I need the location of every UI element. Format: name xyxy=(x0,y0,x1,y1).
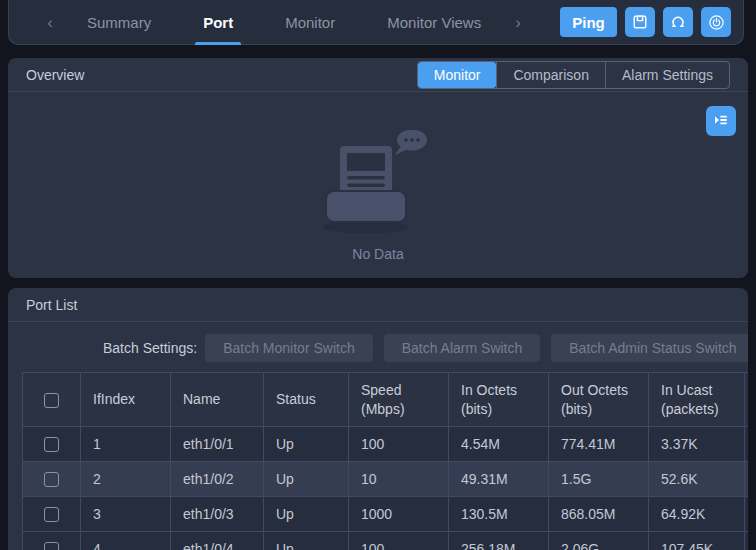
table-row: 1 eth1/0/1 Up 100 4.54M 774.41M 3.37K xyxy=(23,427,749,462)
tab-monitor[interactable]: Monitor xyxy=(265,0,355,45)
port-list-panel: Port List Batch Settings: Batch Monitor … xyxy=(8,288,748,550)
cell-speed: 10 xyxy=(349,462,449,497)
nav-next-icon[interactable]: › xyxy=(507,0,529,45)
cell-status: Up xyxy=(264,497,349,532)
row-checkbox[interactable] xyxy=(44,507,59,522)
empty-state: No Data xyxy=(8,92,748,277)
port-table: IfIndex Name Status Speed (Mbps) In Octe… xyxy=(22,372,748,550)
table-row: 2 eth1/0/2 Up 10 49.31M 1.5G 52.6K xyxy=(23,462,749,497)
top-navigation-bar: ‹ Summary Port Monitor Monitor Views › P… xyxy=(8,0,744,45)
cell-in-ucast: 3.37K xyxy=(649,427,745,462)
power-reset-button[interactable] xyxy=(701,7,731,37)
cell-clipped xyxy=(745,532,749,550)
nav-prev-icon[interactable]: ‹ xyxy=(39,0,61,45)
view-tab-comparison[interactable]: Comparison xyxy=(496,62,604,88)
cell-in-ucast: 107.45K xyxy=(649,532,745,550)
cell-name: eth1/0/1 xyxy=(171,427,264,462)
cell-name: eth1/0/3 xyxy=(171,497,264,532)
view-tab-monitor[interactable]: Monitor xyxy=(418,62,497,88)
cell-ifindex: 2 xyxy=(81,462,171,497)
column-in-octets: In Octets (bits) xyxy=(449,373,549,427)
overview-header: Overview Monitor Comparison Alarm Settin… xyxy=(8,58,748,92)
power-icon xyxy=(708,14,725,31)
row-checkbox[interactable] xyxy=(44,437,59,452)
row-checkbox[interactable] xyxy=(44,542,59,550)
overview-panel: Overview Monitor Comparison Alarm Settin… xyxy=(8,58,748,278)
column-out-octets: Out Octets (bits) xyxy=(549,373,649,427)
ping-button[interactable]: Ping xyxy=(560,7,617,37)
column-status: Status xyxy=(264,373,349,427)
table-row: 3 eth1/0/3 Up 1000 130.5M 868.05M 64.92K xyxy=(23,497,749,532)
cell-in-ucast: 64.92K xyxy=(649,497,745,532)
batch-settings-label: Batch Settings: xyxy=(103,340,197,356)
cell-out-octets: 774.41M xyxy=(549,427,649,462)
cell-status: Up xyxy=(264,532,349,550)
tab-port[interactable]: Port xyxy=(183,0,253,45)
cell-name: eth1/0/4 xyxy=(171,532,264,550)
table-row: 4 eth1/0/4 Up 100 256.18M 2.06G 107.45K xyxy=(23,532,749,550)
cell-in-ucast: 52.6K xyxy=(649,462,745,497)
cell-status: Up xyxy=(264,427,349,462)
overview-chart-area: No Data xyxy=(8,92,748,277)
save-icon xyxy=(632,14,648,30)
cell-in-octets: 49.31M xyxy=(449,462,549,497)
cell-out-octets: 868.05M xyxy=(549,497,649,532)
no-data-icon xyxy=(322,130,434,240)
cell-out-octets: 1.5G xyxy=(549,462,649,497)
cell-status: Up xyxy=(264,462,349,497)
cell-in-octets: 256.18M xyxy=(449,532,549,550)
overview-view-switch: Monitor Comparison Alarm Settings xyxy=(417,61,730,89)
batch-alarm-switch-button[interactable]: Batch Alarm Switch xyxy=(384,334,541,362)
batch-admin-status-switch-button[interactable]: Batch Admin Status Switch xyxy=(551,334,748,362)
cell-in-octets: 4.54M xyxy=(449,427,549,462)
tab-monitor-views[interactable]: Monitor Views xyxy=(367,0,501,45)
column-clipped xyxy=(745,373,749,427)
cell-speed: 1000 xyxy=(349,497,449,532)
cell-clipped xyxy=(745,497,749,532)
batch-settings-row: Batch Settings: Batch Monitor Switch Bat… xyxy=(8,322,748,362)
cell-clipped xyxy=(745,427,749,462)
topbar-actions: Ping xyxy=(560,7,731,37)
column-speed: Speed (Mbps) xyxy=(349,373,449,427)
column-in-ucast: In Ucast (packets) xyxy=(649,373,745,427)
cell-name: eth1/0/2 xyxy=(171,462,264,497)
save-button[interactable] xyxy=(625,7,655,37)
table-header-row: IfIndex Name Status Speed (Mbps) In Octe… xyxy=(23,373,749,427)
cell-speed: 100 xyxy=(349,427,449,462)
refresh-button[interactable] xyxy=(663,7,693,37)
cell-in-octets: 130.5M xyxy=(449,497,549,532)
tab-summary[interactable]: Summary xyxy=(67,0,171,45)
batch-monitor-switch-button[interactable]: Batch Monitor Switch xyxy=(205,334,373,362)
port-list-header: Port List xyxy=(8,288,748,322)
column-ifindex: IfIndex xyxy=(81,373,171,427)
cell-ifindex: 3 xyxy=(81,497,171,532)
view-tab-alarm-settings[interactable]: Alarm Settings xyxy=(605,62,729,88)
refresh-icon xyxy=(670,14,686,30)
row-checkbox[interactable] xyxy=(44,472,59,487)
no-data-label: No Data xyxy=(352,246,403,262)
port-list-title: Port List xyxy=(26,297,77,313)
select-all-checkbox[interactable] xyxy=(44,393,59,408)
cell-ifindex: 4 xyxy=(81,532,171,550)
cell-speed: 100 xyxy=(349,532,449,550)
column-name: Name xyxy=(171,373,264,427)
overview-title: Overview xyxy=(26,67,84,83)
cell-ifindex: 1 xyxy=(81,427,171,462)
cell-out-octets: 2.06G xyxy=(549,532,649,550)
cell-clipped xyxy=(745,462,749,497)
